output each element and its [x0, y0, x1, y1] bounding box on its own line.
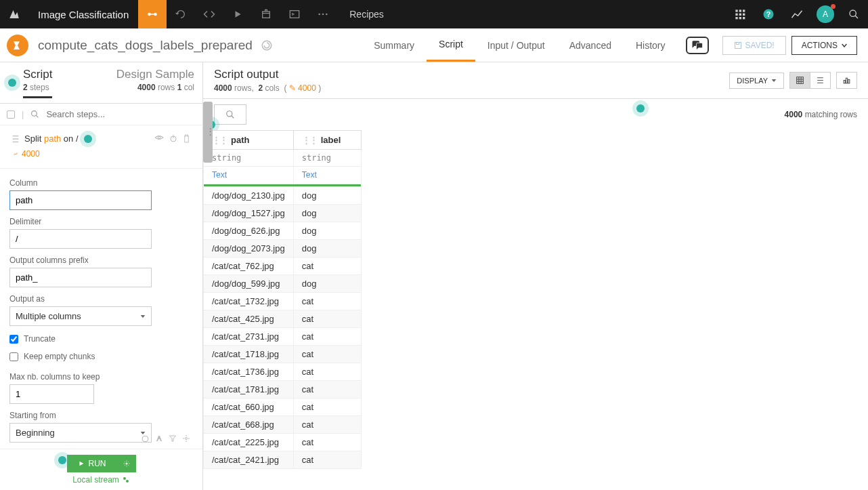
table-row[interactable]: /cat/cat_2225.jpgcat — [204, 434, 362, 451]
tab-advanced[interactable]: Advanced — [557, 28, 624, 62]
table-row[interactable]: /cat/cat_668.jpgcat — [204, 416, 362, 434]
refresh-icon[interactable] — [167, 0, 195, 28]
terminal-icon[interactable] — [280, 0, 309, 28]
cell-label[interactable]: dog — [293, 275, 361, 293]
cell-label[interactable]: dog — [293, 240, 361, 258]
delimiter-input[interactable] — [9, 229, 152, 249]
tab-script[interactable]: Script — [427, 28, 475, 62]
cell-label[interactable]: cat — [293, 363, 361, 381]
table-row[interactable]: /cat/cat_1732.jpgcat — [204, 293, 362, 310]
design-sample-title[interactable]: Design Sample — [116, 68, 194, 81]
cell-path[interactable]: /cat/cat_668.jpg — [204, 416, 294, 434]
table-view-button[interactable] — [790, 73, 810, 88]
cell-label[interactable]: cat — [293, 451, 361, 469]
run-settings-button[interactable] — [117, 455, 136, 472]
cell-label[interactable]: cat — [293, 399, 361, 416]
cell-label[interactable]: cat — [293, 258, 361, 275]
cell-path[interactable]: /dog/dog_2130.jpg — [204, 187, 294, 205]
script-title[interactable]: Script — [23, 68, 52, 81]
resize-handle[interactable] — [203, 102, 213, 163]
settings-icon[interactable] — [182, 434, 190, 443]
refresh-recipe-icon[interactable] — [261, 39, 273, 52]
local-stream-label[interactable]: Local stream — [72, 475, 130, 485]
cell-label[interactable]: cat — [293, 310, 361, 328]
cell-path[interactable]: /cat/cat_660.jpg — [204, 399, 294, 416]
display-dropdown[interactable]: DISPLAY — [729, 73, 784, 89]
logo-icon[interactable] — [0, 0, 28, 28]
flow-icon[interactable] — [138, 0, 167, 28]
cell-label[interactable]: cat — [293, 416, 361, 434]
sync-icon[interactable] — [141, 434, 150, 443]
tab-summary[interactable]: Summary — [362, 28, 427, 62]
play-icon[interactable] — [223, 0, 252, 28]
saved-button[interactable]: SAVED! — [722, 36, 786, 55]
tab-io[interactable]: Input / Output — [475, 28, 557, 62]
power-icon[interactable] — [169, 134, 177, 142]
list-view-button[interactable] — [810, 73, 830, 88]
cell-path[interactable]: /cat/cat_1736.jpg — [204, 363, 294, 381]
cell-path[interactable]: /dog/dog_2073.jpg — [204, 240, 294, 258]
max-cols-input[interactable] — [9, 384, 94, 404]
discussion-icon[interactable] — [686, 37, 709, 54]
table-row[interactable]: /cat/cat_425.jpgcat — [204, 310, 362, 328]
chart-view-button[interactable] — [836, 72, 857, 89]
output-as-select[interactable]: Multiple columns — [9, 306, 152, 326]
table-row[interactable]: /cat/cat_1736.jpgcat — [204, 363, 362, 381]
help-icon[interactable]: ? — [754, 0, 783, 28]
tab-history[interactable]: History — [624, 28, 678, 62]
table-row[interactable]: /dog/dog_626.jpgdog — [204, 222, 362, 240]
run-button[interactable]: RUN — [67, 455, 117, 472]
cell-path[interactable]: /cat/cat_425.jpg — [204, 310, 294, 328]
box-icon[interactable] — [252, 0, 280, 28]
cell-path[interactable]: /cat/cat_1718.jpg — [204, 346, 294, 363]
starting-from-select[interactable]: Beginning — [9, 423, 152, 443]
table-row[interactable]: /dog/dog_1527.jpgdog — [204, 205, 362, 222]
cell-label[interactable]: cat — [293, 381, 361, 399]
more-icon[interactable] — [309, 0, 337, 28]
search-icon[interactable] — [840, 0, 868, 28]
cell-path[interactable]: /cat/cat_762.jpg — [204, 258, 294, 275]
actions-button[interactable]: ACTIONS — [791, 36, 857, 55]
font-icon[interactable] — [155, 434, 163, 443]
trash-icon[interactable] — [183, 134, 190, 143]
column-input[interactable] — [9, 190, 152, 210]
cell-label[interactable]: dog — [293, 205, 361, 222]
table-row[interactable]: /dog/dog_2130.jpgdog — [204, 187, 362, 205]
truncate-checkbox[interactable]: Truncate — [9, 334, 193, 344]
output-search-button[interactable] — [214, 104, 246, 125]
table-row[interactable]: /cat/cat_660.jpgcat — [204, 399, 362, 416]
prefix-input[interactable] — [9, 268, 152, 287]
project-name[interactable]: Image Classification — [28, 9, 138, 20]
cell-label[interactable]: cat — [293, 346, 361, 363]
table-row[interactable]: /cat/cat_762.jpgcat — [204, 258, 362, 275]
table-row[interactable]: /cat/cat_2731.jpgcat — [204, 328, 362, 346]
table-row[interactable]: /dog/dog_2073.jpgdog — [204, 240, 362, 258]
cell-label[interactable]: dog — [293, 187, 361, 205]
cell-path[interactable]: /dog/dog_626.jpg — [204, 222, 294, 240]
eye-icon[interactable] — [154, 134, 164, 141]
column-meaning[interactable]: Text — [204, 167, 294, 184]
filter-icon[interactable] — [169, 434, 177, 443]
column-meaning[interactable]: Text — [293, 167, 361, 184]
table-row[interactable]: /cat/cat_2421.jpgcat — [204, 451, 362, 469]
select-all-checkbox[interactable] — [7, 110, 15, 119]
avatar[interactable]: A — [817, 5, 834, 23]
recipes-label[interactable]: Recipes — [337, 9, 396, 20]
table-row[interactable]: /cat/cat_1781.jpgcat — [204, 381, 362, 399]
step-card[interactable]: Split path on / 4000 — [5, 129, 197, 164]
cell-path[interactable]: /cat/cat_1781.jpg — [204, 381, 294, 399]
keep-empty-checkbox[interactable]: Keep empty chunks — [9, 352, 193, 361]
cell-label[interactable]: cat — [293, 293, 361, 310]
column-header-path[interactable]: ⋮⋮path — [204, 131, 294, 150]
cell-path[interactable]: /cat/cat_2225.jpg — [204, 434, 294, 451]
code-icon[interactable] — [195, 0, 223, 28]
cell-path[interactable]: /cat/cat_2731.jpg — [204, 328, 294, 346]
cell-label[interactable]: dog — [293, 222, 361, 240]
cell-path[interactable]: /cat/cat_1732.jpg — [204, 293, 294, 310]
column-header-label[interactable]: ⋮⋮label — [293, 131, 361, 150]
apps-icon[interactable] — [726, 0, 754, 28]
cell-path[interactable]: /dog/dog_599.jpg — [204, 275, 294, 293]
cell-path[interactable]: /dog/dog_1527.jpg — [204, 205, 294, 222]
drag-handle-icon[interactable] — [12, 134, 19, 144]
activity-icon[interactable] — [783, 0, 811, 28]
